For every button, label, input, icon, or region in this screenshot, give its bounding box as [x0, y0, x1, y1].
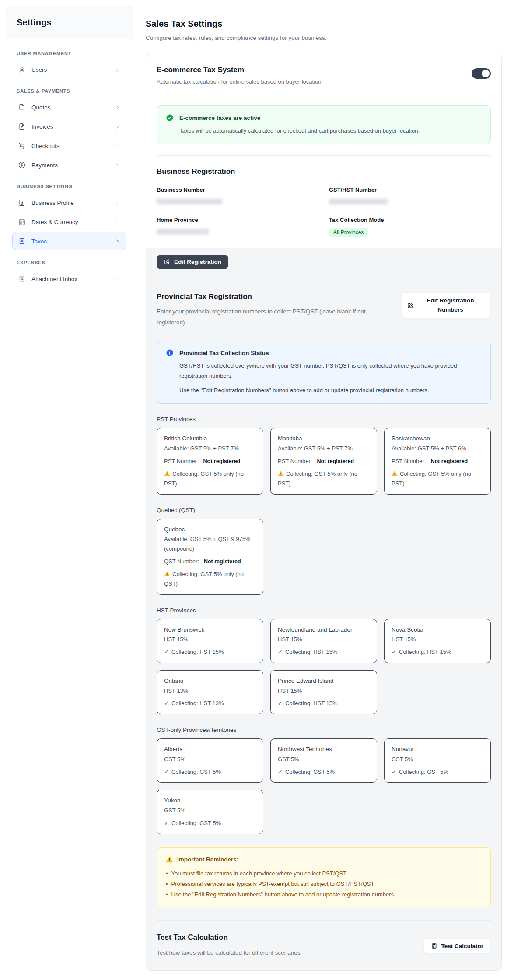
province-name: Nova Scotia: [392, 625, 483, 635]
info-line-2: Use the "Edit Registration Numbers" butt…: [179, 386, 482, 396]
info-icon: [166, 349, 174, 357]
province-rates: Available: GST 5% + QST 9.975% (compound…: [164, 534, 256, 554]
registration-number-row: PST Number:Not registered: [278, 457, 370, 466]
sidebar-item-label: Business Profile: [31, 200, 108, 206]
test-tax-subtitle: Test how taxes will be calculated for di…: [157, 947, 300, 959]
sidebar-item-invoices[interactable]: Invoices: [12, 117, 126, 136]
sidebar-item-label: Quotes: [31, 104, 108, 111]
reminder-item: •You must file tax returns in each provi…: [166, 868, 482, 879]
info-title: Provincial Tax Collection Status: [179, 350, 269, 356]
edit-registration-numbers-button[interactable]: Edit Registration Numbers: [401, 292, 491, 319]
field-label: GST/HST Number: [329, 186, 491, 193]
collecting-status: ✓Collecting: HST 13%: [164, 699, 256, 708]
province-groups: PST ProvincesBritish ColumbiaAvailable: …: [157, 416, 491, 834]
province-name: Ontario: [164, 676, 256, 686]
registration-field: Business Number: [157, 186, 318, 204]
province-group-label: HST Provinces: [157, 607, 491, 614]
ecommerce-toggle[interactable]: [472, 68, 491, 79]
bullet: •: [166, 879, 168, 889]
sidebar-item-dates-currency[interactable]: Dates & Currency: [12, 213, 126, 231]
province-group-label: PST Provinces: [157, 416, 491, 422]
province-rates: HST 15%: [164, 635, 256, 644]
redacted-value: [157, 199, 222, 204]
settings-sidebar: Settings USER MANAGEMENTUsersSALES & PAY…: [6, 6, 133, 980]
check-icon: ✓: [278, 769, 283, 775]
chevron-right-icon: [114, 219, 121, 225]
provincial-section: Edit Registration Provincial Tax Registr…: [146, 248, 501, 970]
sidebar-item-label: Invoices: [31, 123, 108, 130]
sidebar-item-business-profile[interactable]: Business Profile: [12, 193, 126, 212]
check-icon: ✓: [278, 649, 283, 655]
sidebar-item-users[interactable]: Users: [12, 60, 126, 79]
ecommerce-active-alert: E-commerce taxes are active Taxes will b…: [157, 105, 491, 144]
test-tax-title: Test Tax Calculation: [157, 933, 300, 942]
province-name: New Brunswick: [164, 625, 256, 635]
info-line-1: GST/HST is collected everywhere with you…: [179, 361, 482, 381]
sidebar-item-label: Taxes: [31, 238, 108, 245]
sidebar-header: Settings: [6, 6, 133, 39]
sidebar-item-taxes[interactable]: Taxes: [12, 232, 126, 250]
province-rates: Available: GST 5% + PST 6%: [392, 444, 483, 453]
province-name: Alberta: [164, 745, 256, 755]
province-grid: AlbertaGST 5%✓Collecting: GST 5%Northwes…: [157, 738, 491, 834]
sidebar-item-label: Dates & Currency: [31, 219, 108, 225]
nav-section-label: EXPENSES: [17, 260, 122, 265]
sidebar-item-label: Attachment Inbox: [31, 276, 108, 282]
provincial-tax-subtitle: Enter your provincial registration numbe…: [157, 306, 380, 328]
province-card-nunavut: NunavutGST 5%✓Collecting: GST 5%: [384, 738, 491, 783]
province-grid: New BrunswickHST 15%✓Collecting: HST 15%…: [157, 619, 491, 715]
chevron-right-icon: [114, 162, 121, 169]
province-grid: QuebecAvailable: GST 5% + QST 9.975% (co…: [157, 519, 491, 595]
province-name: Nunavut: [392, 745, 483, 755]
chevron-right-icon: [114, 238, 121, 245]
check-icon: ✓: [164, 820, 169, 826]
bullet: •: [166, 868, 168, 879]
province-card-northwest-territories: Northwest TerritoriesGST 5%✓Collecting: …: [270, 738, 377, 783]
nav-section-label: SALES & PAYMENTS: [17, 88, 122, 94]
ecommerce-tax-title: E-commerce Tax System: [157, 66, 322, 74]
province-rates: HST 15%: [392, 635, 483, 644]
province-rates: HST 15%: [278, 686, 370, 696]
nav-section-label: BUSINESS SETTINGS: [17, 184, 122, 189]
province-group-label: GST-only Provinces/Territories: [157, 727, 491, 733]
sidebar-item-payments[interactable]: Payments: [12, 156, 126, 174]
important-reminders: Important Reminders: •You must file tax …: [157, 847, 491, 908]
ecommerce-tax-header: E-commerce Tax System Automatic tax calc…: [146, 54, 501, 95]
province-name: Quebec: [164, 525, 256, 535]
sales-tax-card: E-commerce Tax System Automatic tax calc…: [146, 54, 502, 970]
province-name: Manitoba: [278, 434, 370, 444]
collecting-status: ✓Collecting: GST 5%: [278, 767, 370, 777]
collecting-status: ✓Collecting: HST 15%: [278, 647, 370, 657]
collecting-status: ✓Collecting: GST 5%: [392, 767, 483, 777]
warning-icon: [164, 471, 172, 477]
province-rates: GST 5%: [164, 806, 256, 815]
test-calculator-button[interactable]: Test Calculator: [423, 938, 491, 954]
collecting-status: ✓Collecting: GST 5%: [164, 767, 256, 777]
business-registration-fields: Business NumberGST/HST NumberHome Provin…: [157, 186, 491, 237]
page-title: Sales Tax Settings: [146, 19, 502, 29]
warning-icon: [392, 471, 400, 477]
province-card-yukon: YukonGST 5%✓Collecting: GST 5%: [157, 790, 263, 834]
collecting-status: Collecting: GST 5% only (no PST): [164, 469, 256, 488]
calculator-icon: [431, 943, 437, 949]
collecting-status: ✓Collecting: GST 5%: [164, 818, 256, 828]
collecting-status: Collecting: GST 5% only (no QST): [164, 569, 256, 589]
province-rates: GST 5%: [164, 755, 256, 764]
registration-number-row: PST Number:Not registered: [392, 457, 483, 466]
receipt-percent-icon: [18, 275, 26, 283]
sidebar-item-label: Users: [31, 67, 108, 73]
sidebar-item-quotes[interactable]: Quotes: [12, 98, 126, 116]
sidebar-item-attachment-inbox[interactable]: Attachment Inbox: [12, 270, 126, 288]
page-subtitle: Configure tax rates, rules, and complian…: [146, 35, 502, 41]
building-icon: [18, 199, 26, 207]
dollar-circle-icon: [18, 161, 26, 169]
sidebar-item-checkouts[interactable]: Checkouts: [12, 137, 126, 155]
all-provinces-badge: All Provinces: [329, 228, 368, 237]
file-icon: [18, 103, 26, 111]
reminders-title: Important Reminders:: [177, 856, 238, 863]
business-registration-title: Business Registration: [157, 167, 491, 176]
province-rates: Available: GST 5% + PST 7%: [278, 444, 370, 453]
chevron-right-icon: [114, 123, 121, 130]
chevron-right-icon: [114, 143, 121, 149]
edit-registration-button[interactable]: Edit Registration: [157, 255, 228, 269]
